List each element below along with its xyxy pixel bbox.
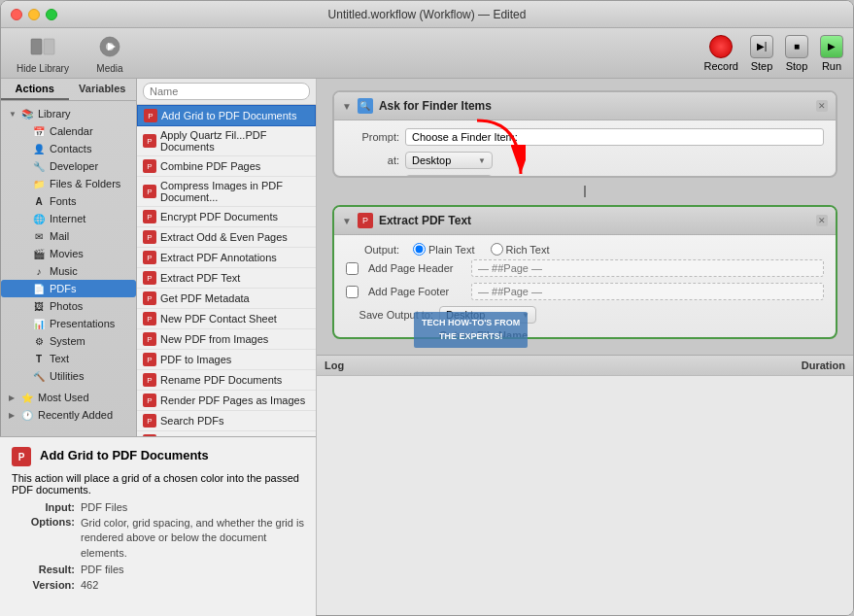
sidebar-item-pdfs[interactable]: 📄 PDFs	[1, 280, 136, 297]
sidebar-item-developer[interactable]: 🔧 Developer	[1, 157, 136, 175]
step-label: Step	[751, 60, 773, 72]
save-output-label: Save Output to:	[346, 309, 433, 321]
prompt-label: Prompt:	[346, 131, 399, 143]
media-button[interactable]: Media	[90, 29, 129, 78]
run-button[interactable]: ▶ Run	[820, 35, 843, 72]
sidebar-tabs: Actions Variables	[1, 79, 136, 101]
input-key: Input:	[12, 501, 75, 513]
card-extract-body: Output: Plain Text Rich Text	[334, 235, 836, 338]
card-ask-finder-close[interactable]: ✕	[816, 100, 828, 112]
output-file-label: Output File Name	[439, 329, 824, 338]
sidebar-item-utilities[interactable]: 🔨 Utilities	[1, 367, 136, 385]
actions-search-input[interactable]	[143, 83, 310, 100]
internet-icon: 🌐	[32, 212, 46, 225]
type-select[interactable]: Files ▼	[405, 175, 493, 178]
info-row-version: Version: 462	[12, 579, 304, 591]
save-output-select[interactable]: Desktop ▼	[439, 306, 536, 324]
action-icon: P	[143, 134, 156, 148]
utilities-icon: 🔨	[32, 369, 46, 383]
page-footer-input[interactable]	[471, 283, 824, 300]
action-encrypt-pdf[interactable]: P Encrypt PDF Documents	[137, 207, 316, 227]
sidebar-item-fonts[interactable]: A Fonts	[1, 192, 136, 210]
card-row-prompt: Prompt:	[346, 128, 824, 146]
tab-variables[interactable]: Variables	[69, 79, 137, 100]
action-get-metadata[interactable]: P Get PDF Metadata	[137, 289, 316, 309]
page-header-input[interactable]	[471, 259, 824, 277]
hide-library-button[interactable]: Hide Library	[11, 29, 75, 78]
card-ask-finder-body: Prompt: at: Desktop ▼ type:	[334, 120, 836, 178]
action-pdf-to-images[interactable]: P PDF to Images	[137, 350, 316, 370]
files-folders-icon: 📁	[32, 177, 46, 190]
step-button[interactable]: ▶| Step	[750, 35, 773, 72]
toolbar: Hide Library Media Record ▶| Step	[1, 28, 853, 79]
action-icon: P	[143, 414, 156, 428]
text-icon: T	[32, 352, 46, 365]
sidebar-item-system[interactable]: ⚙ System	[1, 332, 136, 350]
version-val: 462	[81, 579, 98, 591]
action-new-pdf-images[interactable]: P New PDF from Images	[137, 329, 316, 350]
maximize-button[interactable]	[46, 9, 57, 20]
rich-text-radio-label[interactable]: Rich Text	[491, 243, 550, 256]
sidebar-item-text[interactable]: T Text	[1, 350, 136, 367]
input-val: PDF Files	[81, 501, 127, 513]
mail-icon: ✉	[32, 229, 46, 243]
bottom-description: This action will place a grid of a chose…	[12, 472, 304, 496]
card-extract-close[interactable]: ✕	[816, 215, 828, 226]
connector-line	[584, 186, 586, 197]
rich-text-radio[interactable]	[491, 243, 503, 256]
card-toggle-icon[interactable]: ▼	[342, 101, 352, 112]
card-extract-toggle[interactable]: ▼	[342, 216, 352, 226]
sidebar-item-files-folders[interactable]: 📁 Files & Folders	[1, 175, 136, 192]
at-value: Desktop	[412, 154, 451, 166]
action-extract-text[interactable]: P Extract PDF Text	[137, 268, 316, 289]
sidebar-item-most-used[interactable]: ▶ ⭐ Most Used	[1, 389, 136, 406]
minimize-button[interactable]	[28, 9, 40, 20]
svg-rect-1	[44, 39, 54, 54]
action-compress-images[interactable]: P Compress Images in PDF Document...	[137, 177, 316, 207]
at-select[interactable]: Desktop ▼	[405, 152, 493, 169]
sidebar-item-recently-added[interactable]: ▶ 🕐 Recently Added	[1, 406, 136, 424]
options-val: Grid color, grid spacing, and whether th…	[81, 516, 304, 561]
info-row-result: Result: PDF files	[12, 564, 304, 575]
add-page-footer-checkbox[interactable]	[346, 286, 359, 298]
allow-multiple-checkbox[interactable]	[508, 178, 521, 179]
arrow-icon: ▼	[9, 110, 18, 119]
plain-text-radio[interactable]	[413, 243, 426, 256]
action-render-pdf[interactable]: P Render PDF Pages as Images	[137, 391, 316, 411]
output-label: Output:	[346, 244, 399, 256]
action-new-pdf-contact[interactable]: P New PDF Contact Sheet	[137, 309, 316, 329]
workflow-area: ▼ 🔍 Ask for Finder Items ✕ Prompt: at:	[317, 79, 853, 355]
sidebar-item-library[interactable]: ▼ 📚 Library	[1, 105, 136, 122]
action-combine-pdf[interactable]: P Combine PDF Pages	[137, 156, 316, 177]
close-button[interactable]	[11, 9, 22, 20]
sidebar-item-internet[interactable]: 🌐 Internet	[1, 210, 136, 227]
sidebar-item-presentations[interactable]: 📊 Presentations	[1, 315, 136, 332]
record-icon	[709, 35, 733, 58]
card-extract-pdf-header: ▼ P Extract PDF Text ✕	[334, 207, 836, 235]
tab-actions[interactable]: Actions	[1, 79, 69, 100]
action-rename-pdf[interactable]: P Rename PDF Documents	[137, 370, 316, 391]
action-search-pdfs[interactable]: P Search PDFs	[137, 411, 316, 431]
record-button[interactable]: Record	[704, 35, 738, 72]
sidebar-item-movies[interactable]: 🎬 Movies	[1, 245, 136, 262]
action-icon: P	[143, 230, 156, 244]
sidebar-item-calendar[interactable]: 📅 Calendar	[1, 122, 136, 140]
card-ask-finder-header: ▼ 🔍 Ask for Finder Items ✕	[334, 92, 836, 120]
action-extract-odd[interactable]: P Extract Odd & Even Pages	[137, 227, 316, 248]
sidebar-item-photos[interactable]: 🖼 Photos	[1, 297, 136, 315]
action-apply-quartz[interactable]: P Apply Quartz Fil...PDF Documents	[137, 126, 316, 156]
action-add-grid[interactable]: P Add Grid to PDF Documents	[137, 105, 316, 126]
prompt-input[interactable]	[405, 128, 824, 146]
recently-added-icon: 🕐	[20, 408, 34, 422]
add-page-header-checkbox[interactable]	[346, 262, 359, 275]
sidebar-item-contacts[interactable]: 👤 Contacts	[1, 140, 136, 157]
action-extract-annotations[interactable]: P Extract PDF Annotations	[137, 248, 316, 268]
titlebar: Untitled.workflow (Workflow) — Edited	[1, 1, 853, 28]
sidebar-item-music[interactable]: ♪ Music	[1, 262, 136, 280]
stop-button[interactable]: ■ Stop	[785, 35, 808, 72]
card-row-at: at: Desktop ▼	[346, 152, 824, 169]
allow-multiple-container: Allow Multiple Selection	[508, 178, 637, 179]
sidebar-item-mail[interactable]: ✉ Mail	[1, 227, 136, 245]
plain-text-radio-label[interactable]: Plain Text	[413, 243, 475, 256]
action-icon: P	[143, 185, 156, 198]
